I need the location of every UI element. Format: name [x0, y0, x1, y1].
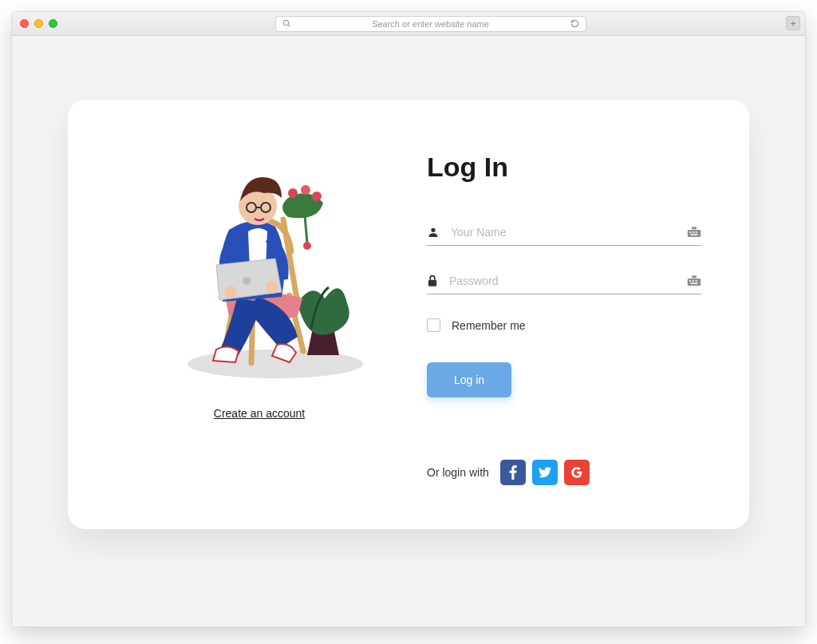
svg-rect-21	[428, 280, 436, 286]
browser-toolbar: Search or enter website name +	[12, 12, 805, 36]
svg-point-6	[303, 242, 311, 250]
svg-rect-27	[691, 282, 698, 284]
person-icon	[427, 226, 440, 239]
url-placeholder: Search or enter website name	[296, 19, 566, 29]
svg-point-3	[288, 188, 298, 198]
social-login-label: Or login with	[427, 466, 489, 479]
svg-point-0	[283, 20, 288, 25]
login-button[interactable]: Log in	[427, 362, 511, 397]
svg-rect-26	[696, 280, 697, 282]
minimize-window-button[interactable]	[34, 19, 43, 28]
remember-me-row: Remember me	[427, 318, 701, 332]
svg-rect-20	[691, 234, 698, 235]
page-viewport: Create an account Log In	[12, 36, 805, 626]
keyboard-icon	[687, 226, 701, 239]
svg-point-9	[266, 281, 278, 294]
svg-point-4	[301, 185, 310, 195]
close-window-button[interactable]	[20, 19, 29, 28]
card-left-column: Create an account	[116, 144, 403, 485]
svg-line-1	[287, 25, 290, 27]
svg-rect-16	[692, 227, 697, 229]
url-bar[interactable]: Search or enter website name	[275, 16, 586, 32]
create-account-link[interactable]: Create an account	[214, 407, 305, 420]
url-bar-container: Search or enter website name	[64, 16, 797, 32]
keyboard-icon	[687, 275, 701, 287]
lock-icon	[427, 275, 438, 287]
page-title: Log In	[427, 152, 701, 183]
svg-rect-19	[696, 231, 697, 233]
window-controls	[20, 19, 57, 28]
username-field	[427, 221, 701, 246]
password-input[interactable]	[449, 275, 676, 287]
remember-me-label: Remember me	[452, 319, 526, 332]
svg-rect-15	[688, 230, 701, 237]
svg-point-8	[224, 286, 237, 298]
svg-rect-18	[693, 231, 694, 233]
social-buttons	[500, 460, 590, 485]
google-login-button[interactable]	[564, 460, 590, 485]
svg-rect-22	[688, 279, 701, 286]
remember-me-checkbox[interactable]	[427, 318, 440, 332]
browser-window: Search or enter website name +	[11, 11, 806, 627]
svg-rect-23	[692, 275, 697, 278]
social-login-row: Or login with	[427, 460, 701, 485]
facebook-login-button[interactable]	[500, 460, 526, 485]
username-input[interactable]	[451, 226, 676, 239]
search-icon	[282, 19, 291, 28]
maximize-window-button[interactable]	[49, 19, 57, 28]
svg-rect-24	[689, 280, 691, 282]
illustration-person-laptop	[148, 144, 371, 383]
svg-point-14	[431, 228, 435, 232]
refresh-icon[interactable]	[570, 19, 579, 28]
twitter-login-button[interactable]	[532, 460, 558, 485]
card-right-column: Log In	[427, 144, 701, 485]
svg-point-5	[312, 192, 322, 201]
new-tab-button[interactable]: +	[786, 16, 800, 30]
login-card: Create an account Log In	[68, 100, 749, 529]
svg-rect-25	[693, 280, 694, 282]
svg-point-7	[243, 277, 251, 285]
svg-rect-17	[689, 231, 691, 233]
password-field	[427, 270, 701, 294]
